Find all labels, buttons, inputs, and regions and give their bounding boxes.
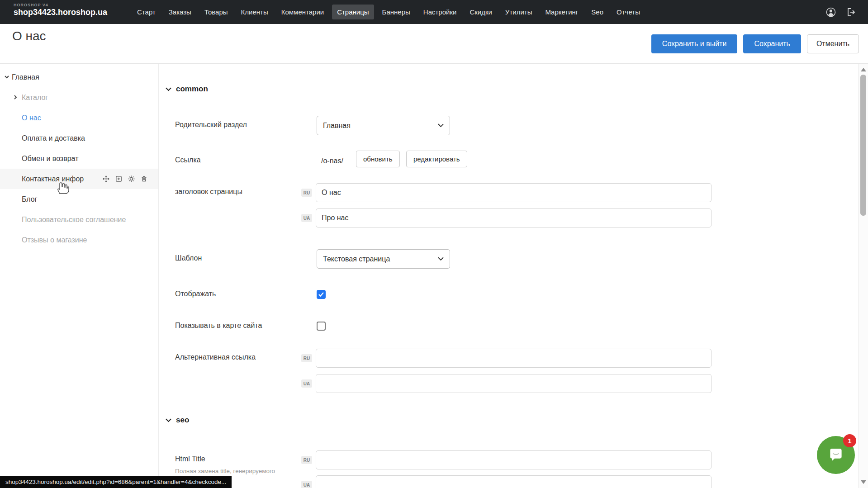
alt-link-ru-input[interactable]	[316, 349, 711, 368]
sidebar-item-o-nas[interactable]: О нас	[0, 108, 158, 128]
nav-right-icons	[825, 0, 856, 24]
sidebar-item-blog[interactable]: Блог	[0, 189, 158, 209]
logout-icon[interactable]	[845, 7, 856, 18]
link-edit-button[interactable]: редактировать	[406, 151, 467, 167]
section-common[interactable]: common	[166, 85, 208, 94]
chevron-right-icon[interactable]	[12, 94, 19, 100]
scrollbar-thumb[interactable]	[860, 75, 866, 216]
chevron-down-icon[interactable]	[4, 74, 10, 80]
delete-trash-icon[interactable]	[140, 175, 148, 183]
nav-item-pages[interactable]: Страницы	[332, 5, 374, 19]
nav-item-discounts[interactable]: Скидки	[465, 5, 497, 19]
page-title: О нас	[12, 29, 46, 43]
page-heading-ua-row: UA	[301, 208, 711, 228]
link-path-value: /o-nas/	[321, 157, 343, 165]
sidebar-item-label: Каталог	[22, 87, 48, 108]
sidebar-item-label: Блог	[22, 189, 38, 209]
sidebar-item-otzyvy[interactable]: Отзывы о магазине	[0, 230, 158, 250]
nav-item-utilities[interactable]: Утилиты	[500, 5, 537, 19]
alt-link-ua-input[interactable]	[316, 374, 711, 393]
sidebar-item-label: Пользовательское соглашение	[22, 209, 126, 230]
template-select[interactable]: Текстовая страница	[317, 249, 450, 269]
drag-move-icon[interactable]	[102, 175, 110, 183]
nav-item-reports[interactable]: Отчеты	[612, 5, 645, 19]
scroll-up-icon[interactable]	[861, 68, 866, 71]
lang-badge-ru: RU	[301, 354, 312, 362]
lang-badge-ua: UA	[301, 379, 312, 388]
sitemap-label: Показывать в карте сайта	[175, 322, 262, 330]
chevron-down-icon	[438, 257, 444, 261]
sidebar-item-glavnaya[interactable]: Главная	[0, 67, 158, 87]
scroll-down-icon[interactable]	[861, 480, 866, 484]
nav-item-products[interactable]: Товары	[199, 5, 233, 19]
vertical-scrollbar[interactable]	[858, 64, 868, 488]
page-heading-ru-input[interactable]	[316, 183, 711, 202]
hand-cursor-icon	[55, 180, 70, 195]
nav-item-orders[interactable]: Заказы	[164, 5, 196, 19]
page-heading-ru-row: RU	[301, 183, 711, 203]
chat-widget-button[interactable]: 1	[817, 436, 855, 474]
html-title-ru-row: RU	[301, 450, 711, 470]
sidebar-item-kontaktnaya[interactable]: Контактная инфор	[0, 169, 158, 189]
sidebar-item-label: Оплата и доставка	[22, 128, 85, 148]
sidebar-item-soglashenie[interactable]: Пользовательское соглашение	[0, 209, 158, 230]
nav-menu: Старт Заказы Товары Клиенты Комментарии …	[132, 0, 645, 24]
brand-domain: shop34423.horoshop.ua	[14, 8, 107, 17]
chevron-down-icon	[166, 87, 171, 91]
chevron-down-icon	[438, 123, 444, 128]
brand-logo[interactable]: HOROSHOP V4 shop34423.horoshop.ua	[14, 3, 107, 17]
nav-item-seo[interactable]: Seo	[586, 5, 608, 19]
template-value: Текстовая страница	[323, 255, 390, 263]
template-label: Шаблон	[175, 254, 202, 262]
add-page-icon[interactable]	[115, 175, 123, 183]
alt-link-ru-row: RU	[301, 348, 711, 368]
cancel-button[interactable]: Отменить	[807, 34, 859, 53]
alt-link-ua-row: UA	[301, 374, 711, 393]
lang-badge-ua: UA	[301, 481, 312, 488]
nav-item-clients[interactable]: Клиенты	[236, 5, 273, 19]
html-title-ua-input[interactable]	[316, 475, 711, 488]
status-url-bar: shop34423.horoshop.ua/edit/edit.php?id=6…	[0, 476, 232, 488]
nav-item-start[interactable]: Старт	[132, 5, 161, 19]
nav-item-comments[interactable]: Комментарии	[276, 5, 329, 19]
nav-item-settings[interactable]: Настройки	[418, 5, 462, 19]
settings-gear-icon[interactable]	[128, 175, 135, 183]
html-title-ua-row: UA	[301, 475, 711, 488]
html-title-label: Html Title	[175, 455, 205, 463]
link-label: Ссылка	[175, 156, 201, 164]
save-button[interactable]: Сохранить	[743, 34, 801, 53]
lang-badge-ru: RU	[301, 456, 312, 464]
brand-version: HOROSHOP V4	[14, 3, 107, 7]
user-icon[interactable]	[825, 7, 836, 18]
sidebar-item-obmen[interactable]: Обмен и возврат	[0, 148, 158, 169]
parent-section-select[interactable]: Главная	[317, 116, 450, 135]
save-and-exit-button[interactable]: Сохранить и выйти	[651, 34, 738, 53]
top-nav: HOROSHOP V4 shop34423.horoshop.ua Старт …	[0, 0, 868, 24]
page-heading-ua-input[interactable]	[316, 208, 711, 227]
alt-link-label: Альтернативная ссылка	[175, 353, 256, 361]
nav-item-banners[interactable]: Баннеры	[377, 5, 415, 19]
html-title-ru-input[interactable]	[316, 450, 711, 469]
lang-badge-ua: UA	[301, 214, 312, 222]
sidebar-item-label: Отзывы о магазине	[22, 230, 87, 250]
lang-badge-ru: RU	[301, 189, 312, 197]
sidebar-item-katalog[interactable]: Каталог	[0, 87, 158, 108]
link-refresh-button[interactable]: обновить	[356, 151, 400, 167]
tree-row-actions	[102, 175, 148, 183]
header-buttons: Сохранить и выйти Сохранить Отменить	[651, 34, 859, 53]
parent-section-value: Главная	[323, 122, 351, 130]
section-seo[interactable]: seo	[166, 416, 189, 425]
section-seo-title: seo	[176, 416, 189, 425]
sidebar-item-label: Обмен и возврат	[22, 148, 78, 169]
sidebar-item-label: О нас	[22, 108, 41, 128]
section-common-title: common	[176, 85, 208, 94]
sitemap-checkbox[interactable]	[317, 322, 326, 331]
sidebar-item-oplata[interactable]: Оплата и доставка	[0, 128, 158, 148]
chat-bubble-icon	[826, 445, 845, 464]
nav-item-marketing[interactable]: Маркетинг	[540, 5, 583, 19]
display-checkbox[interactable]	[317, 290, 326, 299]
chevron-down-icon	[166, 418, 171, 422]
page-edit-form: common Родительский раздел Главная Ссылк…	[159, 64, 858, 488]
display-label: Отображать	[175, 290, 216, 298]
pages-tree-sidebar: Главная Каталог О нас Оплата и доставка …	[0, 64, 159, 488]
